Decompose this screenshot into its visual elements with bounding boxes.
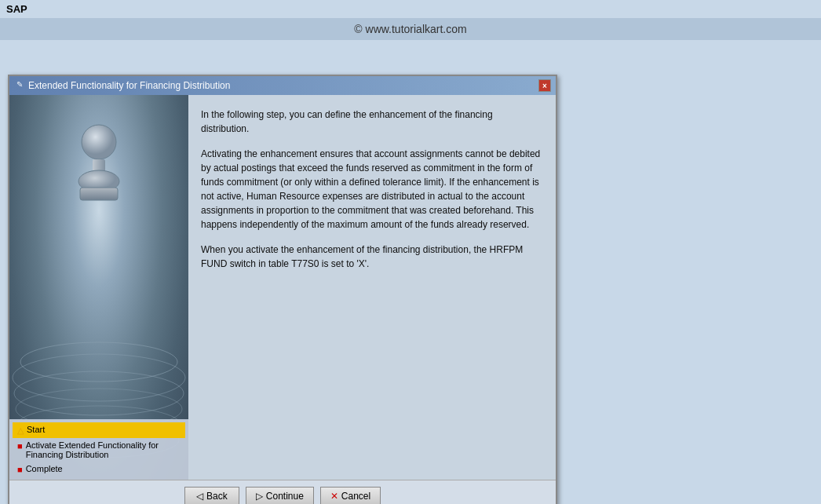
dialog-title: Extended Functionality for Financing Dis… <box>28 80 230 91</box>
activate-icon: ■ <box>17 441 23 451</box>
content-paragraph-2: Activating the enhancement ensures that … <box>201 147 543 232</box>
close-icon: × <box>542 82 547 90</box>
continue-button[interactable]: ▷ Continue <box>246 487 314 504</box>
svg-point-6 <box>82 125 116 159</box>
continue-icon: ▷ <box>256 491 263 502</box>
dialog-icon: ✎ <box>14 80 25 91</box>
back-button[interactable]: ◁ Back <box>184 487 239 504</box>
content-paragraph-3: When you activate the enhancement of the… <box>201 243 543 271</box>
app-title: SAP <box>6 3 27 15</box>
nav-complete-label: Complete <box>26 464 63 473</box>
nav-item-complete[interactable]: ■ Complete <box>13 462 185 477</box>
svg-rect-9 <box>80 188 118 200</box>
nav-item-start[interactable]: △ Start <box>13 422 185 438</box>
navigation-menu: △ Start ■ Activate Extended Functionalit… <box>9 419 188 480</box>
svg-point-2 <box>14 371 184 415</box>
dialog-body: △ Start ■ Activate Extended Functionalit… <box>9 95 556 480</box>
nav-item-activate[interactable]: ■ Activate Extended Functionality for Fi… <box>13 438 185 462</box>
complete-icon: ■ <box>17 465 23 474</box>
cancel-label: Cancel <box>341 491 370 502</box>
watermark-text: © www.tutorialkart.com <box>354 23 466 35</box>
continue-label: Continue <box>266 491 304 502</box>
nav-activate-label: Activate Extended Functionality for Fina… <box>26 440 181 459</box>
svg-point-0 <box>20 342 177 382</box>
left-panel: △ Start ■ Activate Extended Functionalit… <box>9 95 188 480</box>
start-icon: △ <box>17 425 24 436</box>
dialog-titlebar: ✎ Extended Functionality for Financing D… <box>9 76 556 95</box>
back-icon: ◁ <box>196 491 203 502</box>
app-title-bar: SAP <box>0 0 821 18</box>
main-dialog: ✎ Extended Functionality for Financing D… <box>8 75 557 504</box>
nav-start-label: Start <box>27 425 45 434</box>
dialog-footer: ◁ Back ▷ Continue ✕ Cancel <box>9 480 556 504</box>
content-panel: In the following step, you can define th… <box>188 95 556 480</box>
dialog-title-left: ✎ Extended Functionality for Financing D… <box>14 80 230 91</box>
dialog-close-button[interactable]: × <box>538 79 551 92</box>
back-label: Back <box>206 491 228 502</box>
watermark-bar: © www.tutorialkart.com <box>0 18 821 40</box>
cancel-button[interactable]: ✕ Cancel <box>320 487 381 504</box>
cancel-icon: ✕ <box>330 491 338 502</box>
content-paragraph-1: In the following step, you can define th… <box>201 108 543 136</box>
